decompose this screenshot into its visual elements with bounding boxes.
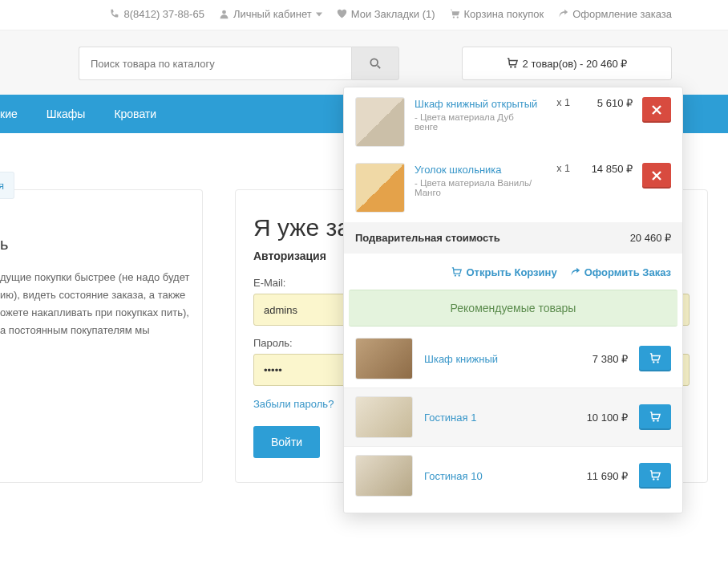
topbar-account[interactable]: Личный кабинет (219, 8, 322, 20)
left-panel: ь дущие покупки быстрее (не надо будет и… (0, 189, 203, 483)
cart-icon (451, 267, 462, 278)
recommended-thumb[interactable] (355, 396, 413, 438)
heart-icon (337, 9, 347, 19)
topbar-phone[interactable]: 8(8412) 37-88-65 (109, 8, 204, 20)
svg-point-9 (653, 361, 654, 363)
svg-point-8 (459, 274, 460, 276)
cart-icon (450, 9, 460, 19)
cart-item-price: 14 850 ₽ (580, 163, 633, 175)
checkout-label: Оформить Заказ (584, 266, 671, 278)
cart-item-link[interactable]: Уголок школьника (415, 164, 502, 176)
topbar-checkout[interactable]: Оформление заказа (558, 8, 672, 20)
open-cart-link[interactable]: Открыть Корзину (451, 266, 556, 278)
recommended-heading: Рекомендуемые товары (349, 290, 677, 327)
cart-item-price: 5 610 ₽ (580, 97, 633, 109)
subtotal-row: Подварительная стоимость 20 460 ₽ (344, 222, 682, 254)
breadcrumb-label: я (0, 180, 4, 192)
svg-point-7 (455, 274, 456, 276)
cart-item-thumb[interactable] (355, 97, 405, 147)
search-button[interactable] (351, 47, 399, 80)
svg-point-11 (653, 420, 654, 421)
add-to-cart-button[interactable] (639, 463, 671, 489)
phone-icon (109, 9, 119, 19)
cart-item-variant: - Цвета материала Дуб венге (415, 112, 540, 132)
topbar-phone-label: 8(8412) 37-88-65 (123, 8, 204, 20)
recommended-price: 7 380 ₽ (572, 353, 628, 365)
cart-item-link[interactable]: Шкаф книжный открытый (415, 98, 537, 110)
cart-summary-label: 2 товар(ов) - 20 460 ₽ (523, 58, 628, 70)
svg-point-3 (370, 59, 378, 66)
recommended-thumb[interactable] (355, 455, 413, 497)
cart-dropdown: Шкаф книжный открытый - Цвета материала … (343, 87, 683, 513)
svg-point-2 (456, 16, 458, 18)
recommended-name: Шкаф книжный (424, 352, 560, 365)
recommended-price: 11 690 ₽ (572, 470, 628, 482)
search (79, 47, 399, 80)
recommended-item: Шкаф книжный 7 380 ₽ (344, 330, 682, 387)
topbar-wishlist-label: Мои Закладки (1) (351, 8, 435, 20)
cart-icon (649, 353, 661, 364)
topbar-checkout-label: Оформление заказа (572, 8, 672, 20)
share-icon (558, 9, 568, 19)
close-icon (652, 171, 661, 181)
cart-item: Шкаф книжный открытый - Цвета материала … (344, 87, 682, 156)
recommended-item: Гостиная 10 11 690 ₽ (344, 447, 682, 505)
topbar-cart[interactable]: Корзина покупок (450, 8, 544, 20)
cart-item-qty: x 1 (549, 163, 570, 174)
close-icon (652, 105, 661, 115)
cart-item-name: Уголок школьника - Цвета материала Ванил… (415, 163, 540, 197)
cart-actions: Открыть Корзину Оформить Заказ (344, 254, 682, 290)
add-to-cart-button[interactable] (639, 404, 671, 430)
left-panel-heading: ь (0, 230, 191, 258)
svg-point-12 (657, 420, 658, 421)
user-icon (219, 9, 229, 19)
svg-point-10 (657, 361, 658, 363)
cart-icon (649, 470, 661, 481)
recommended-name: Гостиная 10 (424, 469, 560, 482)
remove-button[interactable] (642, 97, 671, 123)
share-icon (570, 267, 580, 278)
left-panel-text: дущие покупки быстрее (не надо будет ию)… (0, 269, 191, 339)
topbar-cart-label: Корзина покупок (464, 8, 544, 20)
cart-summary-button[interactable]: 2 товар(ов) - 20 460 ₽ (462, 47, 672, 80)
breadcrumb[interactable]: я (0, 172, 14, 199)
cart-item: Уголок школьника - Цвета материала Ванил… (344, 156, 682, 222)
nav-item-krovati[interactable]: Кровати (99, 107, 171, 120)
recommended-link[interactable]: Гостиная 1 (424, 412, 476, 424)
cart-icon (649, 412, 661, 423)
svg-line-4 (378, 66, 381, 69)
recommended-price: 10 100 ₽ (572, 412, 628, 424)
recommended-name: Гостиная 1 (424, 411, 560, 424)
cart-item-qty: x 1 (549, 97, 570, 108)
svg-point-5 (510, 66, 512, 67)
cart-item-thumb[interactable] (355, 163, 405, 213)
cart-icon (507, 58, 518, 69)
open-cart-label: Открыть Корзину (466, 266, 556, 278)
recommended-list: Шкаф книжный 7 380 ₽ Гостиная 1 10 100 ₽… (344, 330, 682, 513)
svg-point-1 (452, 16, 454, 18)
svg-point-13 (653, 478, 654, 480)
topbar-account-label: Личный кабинет (233, 8, 312, 20)
login-button[interactable]: Войти (253, 426, 320, 458)
subtotal-value: 20 460 ₽ (630, 232, 671, 244)
header: 2 товар(ов) - 20 460 ₽ (0, 30, 728, 95)
recommended-thumb[interactable] (355, 338, 413, 379)
checkout-link[interactable]: Оформить Заказ (570, 266, 671, 278)
svg-point-6 (514, 66, 516, 67)
cart-item-name: Шкаф книжный открытый - Цвета материала … (415, 97, 540, 132)
recommended-link[interactable]: Шкаф книжный (424, 353, 498, 365)
add-to-cart-button[interactable] (639, 346, 671, 371)
search-input[interactable] (79, 47, 351, 80)
recommended-link[interactable]: Гостиная 10 (424, 470, 483, 482)
cart-item-variant: - Цвета материала Ваниль/Манго (415, 178, 540, 197)
forgot-password-link[interactable]: Забыли пароль? (253, 398, 334, 410)
search-icon (370, 58, 381, 69)
caret-down-icon (316, 11, 322, 18)
nav-item-0[interactable]: кие (0, 107, 32, 120)
recommended-item: Гостиная 1 10 100 ₽ (344, 388, 682, 446)
nav-item-shkafy[interactable]: Шкафы (32, 107, 100, 120)
topbar-wishlist[interactable]: Мои Закладки (1) (337, 8, 435, 20)
svg-point-0 (222, 10, 226, 14)
subtotal-label: Подварительная стоимость (355, 232, 500, 244)
remove-button[interactable] (642, 163, 671, 189)
